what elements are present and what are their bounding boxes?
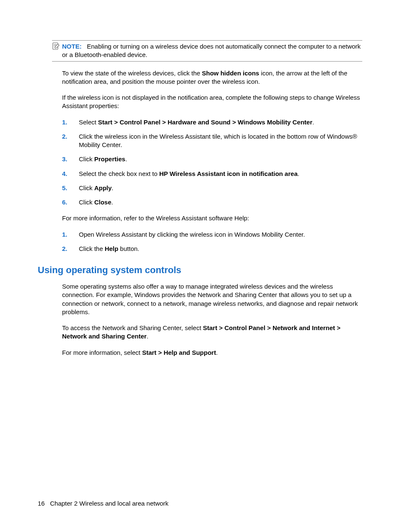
- note-callout: NOTE: Enabling or turning on a wireless …: [52, 40, 362, 62]
- text-run: Select the check box next to: [79, 170, 159, 177]
- bold-text: Show hidden icons: [202, 70, 259, 77]
- paragraph: If the wireless icon is not displayed in…: [62, 93, 362, 111]
- text-run: To access the Network and Sharing Center…: [62, 324, 203, 331]
- list-item: 6. Click Close.: [62, 198, 362, 207]
- bold-text: Apply: [94, 184, 112, 191]
- paragraph: For more information, select Start > Hel…: [62, 349, 362, 357]
- bold-text: Help: [105, 245, 119, 252]
- step-number: 2.: [62, 132, 70, 150]
- step-number: 5.: [62, 184, 70, 192]
- document-page: { "note": { "label": "NOTE:", "text": "E…: [0, 0, 400, 532]
- step-number: 1.: [62, 118, 70, 127]
- step-text: Open Wireless Assistant by clicking the …: [79, 230, 305, 239]
- text-run: Select: [79, 119, 98, 126]
- list-item: 3. Click Properties.: [62, 155, 362, 163]
- text-run: Click: [79, 184, 94, 191]
- text-run: .: [112, 184, 113, 191]
- text-run: Click: [79, 155, 94, 163]
- text-run: To view the state of the wireless device…: [62, 70, 202, 77]
- paragraph: To view the state of the wireless device…: [62, 69, 362, 86]
- steps-list-a: 1. Select Start > Control Panel > Hardwa…: [62, 118, 362, 207]
- text-run: .: [112, 199, 113, 206]
- bold-text: HP Wireless Assistant icon in notificati…: [159, 170, 298, 177]
- bold-text: Close: [94, 199, 112, 206]
- bold-text: Start > Control Panel > Hardware and Sou…: [98, 119, 312, 126]
- step-text: Click the wireless icon in the Wireless …: [79, 132, 362, 150]
- page-number: 16: [38, 500, 45, 507]
- text-run: Click: [79, 199, 94, 206]
- step-text: Select Start > Control Panel > Hardware …: [79, 118, 314, 127]
- list-item: 4. Select the check box next to HP Wirel…: [62, 170, 362, 178]
- text-run: button.: [118, 245, 139, 252]
- text-run: .: [147, 333, 148, 340]
- steps-list-b: 1. Open Wireless Assistant by clicking t…: [62, 230, 362, 253]
- paragraph: For more information, refer to the Wirel…: [62, 214, 362, 222]
- note-label: NOTE:: [62, 43, 82, 50]
- page-footer: 16 Chapter 2 Wireless and local area net…: [38, 500, 169, 507]
- text-run: .: [216, 349, 218, 356]
- step-number: 1.: [62, 230, 70, 239]
- list-item: 2. Click the wireless icon in the Wirele…: [62, 132, 362, 150]
- step-text: Click Properties.: [79, 155, 127, 163]
- text-run: Click the: [79, 245, 105, 252]
- list-item: 1. Open Wireless Assistant by clicking t…: [62, 230, 362, 239]
- step-text: Click Apply.: [79, 184, 114, 192]
- paragraph: Some operating systems also offer a way …: [62, 282, 362, 316]
- step-number: 6.: [62, 198, 70, 207]
- step-number: 4.: [62, 170, 70, 178]
- paragraph: To access the Network and Sharing Center…: [62, 324, 362, 341]
- step-number: 2.: [62, 245, 70, 253]
- list-item: 5. Click Apply.: [62, 184, 362, 192]
- bold-text: Start > Help and Support: [142, 349, 216, 356]
- step-text: Select the check box next to HP Wireless…: [79, 170, 299, 178]
- list-item: 2. Click the Help button.: [62, 245, 362, 253]
- note-text: Enabling or turning on a wireless device…: [62, 43, 361, 58]
- note-icon: [52, 42, 60, 50]
- list-item: 1. Select Start > Control Panel > Hardwa…: [62, 118, 362, 127]
- text-run: .: [125, 155, 127, 163]
- text-run: .: [312, 119, 314, 126]
- section-heading: Using operating system controls: [38, 265, 362, 276]
- step-text: Click the Help button.: [79, 245, 139, 253]
- bold-text: Properties: [94, 155, 125, 163]
- os-controls-block: Some operating systems also offer a way …: [62, 282, 362, 357]
- step-text: Click Close.: [79, 198, 113, 207]
- step-number: 3.: [62, 155, 70, 163]
- text-run: .: [298, 170, 299, 177]
- chapter-label: Chapter 2 Wireless and local area networ…: [50, 500, 169, 507]
- text-run: For more information, select: [62, 349, 142, 356]
- body-text-block: To view the state of the wireless device…: [62, 69, 362, 253]
